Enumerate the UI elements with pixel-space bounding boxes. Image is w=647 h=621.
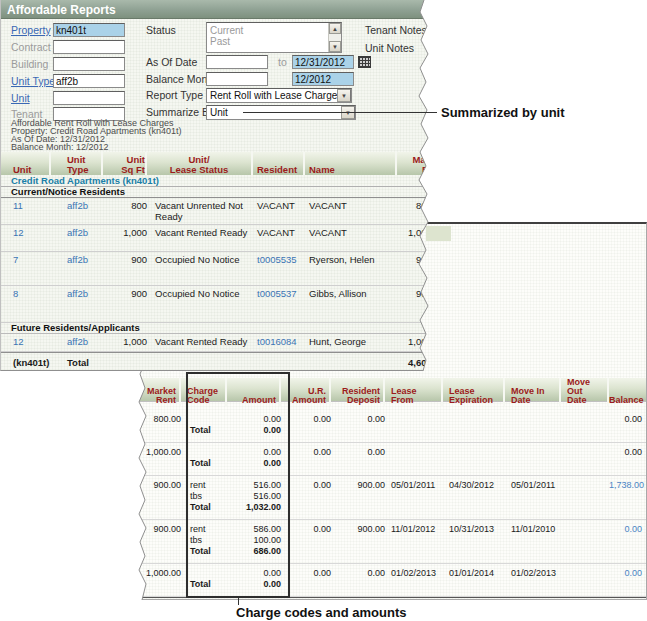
cell-move-in: [505, 447, 561, 458]
status-listbox[interactable]: Current Past ▲ ▼: [206, 22, 342, 53]
cell-status: Vacant Unrented Not Ready: [147, 198, 253, 224]
unit-type-link[interactable]: aff2b: [51, 252, 103, 285]
status-option-current: Current: [210, 25, 328, 36]
cell-lease-from: 05/01/2011: [385, 480, 443, 491]
callout-connector: [238, 598, 239, 605]
scroll-up-icon[interactable]: ▲: [329, 23, 341, 34]
col-header-unit: Unit: [1, 152, 51, 175]
callout-charge-codes: Charge codes and amounts: [236, 605, 406, 620]
report-balance-line: Balance Month: 12/2012: [11, 143, 182, 151]
callout-summarized-by-unit: Summarized by unit: [441, 105, 565, 120]
cell-name: VACANT: [305, 198, 397, 224]
cell-status: Occupied No Notice: [147, 252, 253, 285]
cell-move-in: [505, 414, 561, 425]
callout-line: [243, 112, 437, 113]
left-table-header-row: Unit Unit Type Unit Sq Ft Unit/ Lease St…: [1, 152, 445, 175]
status-scrollbar[interactable]: ▲ ▼: [328, 23, 341, 52]
table-row: 11 aff2b 800 Vacant Unrented Not Ready V…: [1, 198, 445, 225]
balance-month-input[interactable]: [292, 72, 354, 86]
col-header-move-in-date: Move In Date: [505, 378, 561, 406]
property-link[interactable]: Property: [11, 24, 51, 37]
col-header-lease-status: Unit/ Lease Status: [147, 152, 253, 175]
cell-sqft: 900: [103, 286, 147, 322]
balance-link[interactable]: 1,738.00: [609, 480, 647, 491]
table-row: 12 aff2b 1,000 Vacant Rented Ready VACAN…: [1, 225, 445, 252]
contract-label: Contract: [11, 41, 51, 54]
cell-lease-from: [385, 414, 443, 425]
window-titlebar: Affordable Reports: [1, 0, 432, 19]
cell-market-rent: 1,000.00: [137, 447, 181, 458]
cell-name: Hunt, George: [305, 334, 397, 351]
unit-type-link[interactable]: aff2b: [51, 198, 103, 224]
cell-name: Gibbs, Allison: [305, 286, 397, 322]
balance-from-input[interactable]: [206, 72, 268, 86]
balance-link[interactable]: 0.00: [609, 568, 646, 579]
unit-input[interactable]: [53, 91, 125, 105]
unit-notes-label: Unit Notes: [365, 42, 414, 55]
status-options: Current Past: [207, 23, 328, 52]
as-of-from-input[interactable]: [206, 55, 268, 69]
calendar-icon[interactable]: [358, 56, 371, 68]
cell-deposit: 0.00: [331, 447, 385, 458]
cell-lease-expiration: 04/30/2012: [443, 480, 505, 491]
unit-type-link[interactable]: aff2b: [51, 286, 103, 322]
cell-deposit: 0.00: [331, 568, 385, 579]
cell-name: VACANT: [305, 225, 397, 251]
cell-status: Vacant Rented Ready: [147, 334, 253, 351]
col-header-market-rent: Market Rent: [397, 152, 445, 175]
cell-name: Ryerson, Helen: [305, 252, 397, 285]
cell-market-rent: 1,000.00: [137, 568, 181, 579]
cell-sqft: 1,000: [103, 334, 147, 351]
cell-sqft: 900: [103, 252, 147, 285]
contract-input[interactable]: [53, 40, 125, 54]
unit-link[interactable]: Unit: [11, 92, 30, 105]
as-of-to-input[interactable]: [292, 55, 354, 69]
unit-type-input[interactable]: [53, 74, 125, 88]
cell-status: Vacant Rented Ready: [147, 225, 253, 251]
left-total-row: (kn401t) Total 4,600.00: [1, 352, 445, 371]
cell-lease-expiration: 01/01/2014: [443, 568, 505, 579]
cell-total-market-rent: 4,600.00: [137, 601, 181, 612]
unit-type-link[interactable]: aff2b: [51, 334, 103, 351]
cell-resident: VACANT: [253, 198, 305, 224]
col-header-resident-deposit: Resident Deposit: [331, 378, 385, 406]
unit-link[interactable]: 12: [1, 225, 51, 251]
cell-move-in: 01/02/2013: [505, 568, 561, 579]
cell-market-rent: 900.00: [137, 480, 181, 491]
screen: Market Rent Charge Code Amount U.R. Amou…: [0, 0, 647, 621]
unit-link[interactable]: 8: [1, 286, 51, 322]
total-label: Total: [51, 353, 103, 371]
cell-lease-from: 01/02/2013: [385, 568, 443, 579]
table-row: 7 aff2b 900 Occupied No Notice t0005535 …: [1, 252, 445, 286]
unit-link[interactable]: 12: [1, 334, 51, 351]
col-header-lease-expiration: Lease Expiration: [443, 378, 505, 406]
unit-type-link[interactable]: aff2b: [51, 225, 103, 251]
resident-link[interactable]: t0005537: [253, 286, 305, 322]
cell-balance: 0.00: [609, 414, 646, 425]
cell-move-in: 11/01/2010: [505, 524, 561, 535]
cell-status: Occupied No Notice: [147, 286, 253, 322]
balance-link[interactable]: 0.00: [609, 524, 646, 535]
cell-move-out: [561, 524, 609, 535]
dropdown-arrow-icon[interactable]: ▼: [337, 89, 351, 102]
report-type-select[interactable]: Rent Roll with Lease Charges ▼: [206, 88, 352, 103]
cell-lease-expiration: 10/31/2013: [443, 524, 505, 535]
unit-link[interactable]: 7: [1, 252, 51, 285]
cell-market-rent: 800.00: [137, 414, 181, 425]
building-input[interactable]: [53, 57, 125, 71]
cell-balance: 0.00: [609, 447, 646, 458]
report-type-label: Report Type: [146, 89, 203, 102]
scroll-down-icon[interactable]: ▼: [329, 41, 341, 52]
window-title: Affordable Reports: [7, 3, 116, 17]
resident-link[interactable]: t0005535: [253, 252, 305, 285]
unit-link[interactable]: 11: [1, 198, 51, 224]
report-meta: Affordable Rent Roll with Lease Charges …: [11, 119, 182, 151]
unit-type-link[interactable]: Unit Type: [11, 75, 55, 88]
col-header-market-rent: Market Rent: [137, 378, 181, 406]
cell-move-out: [561, 447, 609, 458]
resident-link[interactable]: t0016084: [253, 334, 305, 351]
cell-lease-expiration: [443, 414, 505, 425]
col-header-resident: Resident: [253, 152, 305, 175]
callout-highlight-box: [186, 372, 290, 598]
property-input[interactable]: [53, 23, 125, 37]
